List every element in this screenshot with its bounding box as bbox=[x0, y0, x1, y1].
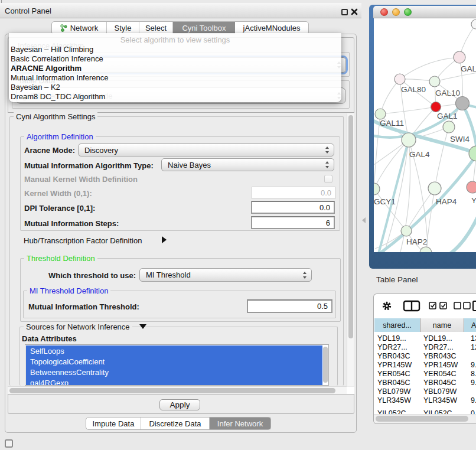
horizontal-scrollbar[interactable] bbox=[8, 386, 347, 394]
list-item[interactable]: BetweennessCentrality bbox=[26, 367, 322, 377]
close-traffic-light[interactable] bbox=[380, 8, 388, 16]
tab-discretize-data-label: Discretize Data bbox=[149, 419, 201, 428]
network-node-gal4[interactable] bbox=[402, 133, 416, 147]
which-threshold-combo[interactable]: MI Threshold bbox=[139, 268, 312, 282]
kernel-width-label: Kernel Width (0,1): bbox=[24, 189, 92, 198]
network-node[interactable] bbox=[420, 247, 432, 252]
tab-jactivemnodules-label: jActiveMNodules bbox=[243, 24, 301, 32]
table-cell[interactable]: YBR043C bbox=[377, 352, 410, 360]
network-node-gal1[interactable] bbox=[431, 102, 441, 112]
table-cell[interactable]: YDL19... bbox=[377, 334, 406, 343]
table-cell[interactable]: YBR045C bbox=[423, 379, 457, 387]
table-cell[interactable]: 12 bbox=[471, 343, 476, 351]
table-cell[interactable]: YDR27... bbox=[423, 343, 454, 351]
network-node-gal80[interactable] bbox=[395, 74, 405, 84]
table-cell[interactable]: YPR145W bbox=[423, 361, 458, 369]
table-cell[interactable]: YER054C bbox=[377, 370, 410, 378]
select-all-columns-icon[interactable] bbox=[429, 302, 449, 309]
tab-cyni-toolbox[interactable]: Cyni Toolbox bbox=[173, 22, 235, 34]
horizontal-scrollbar-thumb[interactable] bbox=[9, 388, 335, 393]
network-node-swi4[interactable] bbox=[443, 121, 455, 133]
table-cell[interactable]: YBL079W bbox=[377, 387, 410, 396]
dpi-tolerance-value: 0.0 bbox=[319, 203, 330, 212]
vertical-scrollbar-thumb[interactable] bbox=[348, 115, 353, 338]
algorithm-option[interactable]: Bayesian – Hill Climbing bbox=[11, 45, 93, 54]
column-header-name[interactable]: name bbox=[420, 318, 464, 332]
tab-impute-data[interactable]: Impute Data bbox=[86, 418, 141, 429]
algorithm-option[interactable]: Mutual Information Inference bbox=[11, 73, 108, 82]
table-cell[interactable]: 9. bbox=[471, 361, 476, 369]
table-cell[interactable]: YIL052C bbox=[423, 409, 452, 414]
mi-threshold-field[interactable]: 0.5 bbox=[247, 299, 332, 313]
zoom-traffic-light[interactable] bbox=[404, 8, 412, 16]
table-cell[interactable]: 0. bbox=[471, 409, 476, 414]
table-cell[interactable]: 9. bbox=[471, 396, 476, 405]
list-item[interactable]: SelfLoops bbox=[26, 345, 322, 356]
float-window-button[interactable] bbox=[341, 9, 348, 15]
table-cell[interactable]: YLR345W bbox=[423, 396, 457, 405]
network-node-gal10[interactable] bbox=[429, 76, 440, 87]
table-cell[interactable]: 9. bbox=[471, 379, 476, 387]
table-cell[interactable]: YLR345W bbox=[377, 396, 411, 405]
network-node-hap4[interactable] bbox=[428, 182, 441, 195]
deselect-all-columns-icon[interactable] bbox=[454, 302, 471, 309]
network-node[interactable] bbox=[469, 146, 476, 161]
algorithm-option[interactable]: Basic Correlation Inference bbox=[11, 54, 103, 63]
table-cell[interactable]: YDR27... bbox=[377, 343, 407, 351]
aracne-mode-combo[interactable]: Discovery bbox=[78, 144, 334, 156]
table-horizontal-scrollbar-thumb[interactable] bbox=[376, 416, 468, 422]
network-node-hap2[interactable] bbox=[401, 226, 412, 236]
minimize-traffic-light[interactable] bbox=[392, 8, 400, 16]
mi-steps-field[interactable]: 6 bbox=[251, 216, 335, 229]
list-scrollbar-thumb[interactable] bbox=[323, 347, 328, 383]
table-cell[interactable]: 8. bbox=[471, 370, 476, 378]
dpi-tolerance-label: DPI Tolerance [0,1]: bbox=[24, 204, 95, 213]
new-table-icon[interactable] bbox=[472, 300, 476, 312]
collapsed-panel-icon[interactable] bbox=[5, 439, 13, 448]
table-cell[interactable]: 13 bbox=[471, 334, 476, 343]
network-node-gal11[interactable] bbox=[375, 109, 386, 119]
table-cell[interactable]: YPR145W bbox=[377, 361, 412, 369]
tab-infer-network[interactable]: Infer Network bbox=[210, 418, 270, 429]
tab-select[interactable]: Select bbox=[139, 22, 173, 34]
table-cell[interactable]: YBR045C bbox=[377, 379, 410, 387]
algorithm-option[interactable]: Bayesian – K2 bbox=[11, 83, 60, 92]
column-header-shared-name[interactable]: shared... bbox=[374, 318, 420, 332]
vertical-scrollbar[interactable] bbox=[347, 113, 354, 386]
tab-discretize-data[interactable]: Discretize Data bbox=[141, 418, 210, 429]
aracne-mode-value: Discovery bbox=[84, 146, 118, 155]
tab-network[interactable]: Network bbox=[52, 22, 107, 34]
network-canvas[interactable]: GAL GAL80 GAL10 GAL1 GAL11 SWI4 GAL4 GCY… bbox=[374, 18, 476, 252]
table-cell[interactable]: YDL19... bbox=[423, 334, 452, 343]
table-horizontal-scrollbar[interactable] bbox=[374, 414, 476, 423]
node-label: HAP4 bbox=[436, 197, 457, 206]
network-node[interactable] bbox=[454, 51, 465, 63]
gear-icon[interactable] bbox=[382, 301, 392, 311]
splitter-collapse-arrow[interactable] bbox=[362, 217, 366, 223]
network-node[interactable] bbox=[471, 19, 476, 29]
algorithm-option[interactable]: Dream8 DC_TDC Algorithm bbox=[11, 92, 105, 101]
dpi-tolerance-field[interactable]: 0.0 bbox=[251, 201, 335, 214]
mi-type-combo[interactable]: Naive Bayes bbox=[161, 158, 334, 171]
table-cell[interactable]: YIL052C bbox=[377, 409, 406, 414]
hub-definition-label[interactable]: Hub/Transcription Factor Definition bbox=[24, 236, 142, 245]
table-cell[interactable]: YBL079W bbox=[423, 387, 457, 396]
tab-jactivemnodules[interactable]: jActiveMNodules bbox=[235, 22, 308, 34]
network-node[interactable] bbox=[467, 181, 476, 193]
column-header-partial[interactable]: A bbox=[464, 318, 476, 332]
data-attributes-list[interactable]: SelfLoops TopologicalCoefficient Between… bbox=[25, 344, 329, 386]
network-node[interactable] bbox=[456, 97, 470, 110]
node-label: GAL bbox=[461, 64, 476, 73]
list-item[interactable]: gal4RGexp bbox=[26, 377, 322, 386]
table-cell[interactable]: YBR043C bbox=[423, 352, 457, 360]
list-item[interactable]: TopologicalCoefficient bbox=[26, 356, 322, 367]
table-cell[interactable]: YER054C bbox=[423, 370, 457, 378]
sources-collapse-icon[interactable] bbox=[139, 324, 146, 329]
tab-style[interactable]: Style bbox=[107, 22, 139, 34]
apply-button[interactable]: Apply bbox=[159, 399, 200, 410]
network-node-gcy1[interactable] bbox=[374, 183, 380, 195]
algorithm-option-selected[interactable]: ARACNE Algorithm bbox=[11, 64, 81, 73]
hub-expand-icon[interactable] bbox=[162, 236, 167, 243]
close-window-button[interactable] bbox=[350, 8, 358, 16]
column-layout-icon[interactable] bbox=[403, 300, 420, 312]
